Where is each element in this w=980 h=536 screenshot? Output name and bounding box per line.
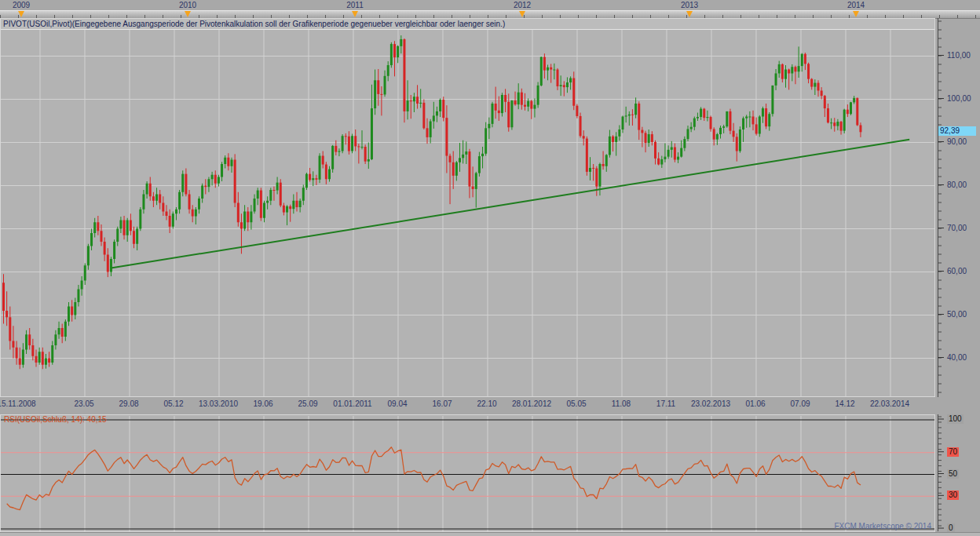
candle <box>530 101 532 109</box>
candle <box>430 122 432 137</box>
candle <box>742 119 744 129</box>
candle <box>687 129 689 139</box>
candle <box>5 311 8 317</box>
candle <box>713 129 715 139</box>
candle <box>384 76 386 95</box>
candle <box>152 196 155 201</box>
indicator-title-strip: PIVOT(USOil,Pivot)(Eingegebene Ausgangsp… <box>1 19 934 30</box>
candle <box>322 156 324 165</box>
date-tick-label: 01.06 <box>745 399 765 409</box>
candle <box>455 162 458 176</box>
candle <box>726 111 728 126</box>
candle <box>569 78 572 83</box>
candle <box>651 134 653 142</box>
candle <box>19 359 21 365</box>
price-axis-column[interactable]: 92,39 110,00100,0090,0080,0070,0060,0050… <box>935 0 980 536</box>
candle <box>791 67 793 73</box>
candle <box>814 83 816 87</box>
candle <box>645 133 647 143</box>
candle <box>436 111 438 116</box>
candle <box>752 117 755 125</box>
candle <box>407 100 409 111</box>
candle <box>319 156 321 180</box>
candle <box>224 158 226 164</box>
candle <box>784 70 787 79</box>
candle <box>175 210 177 214</box>
candle <box>537 86 539 105</box>
candle <box>400 39 402 46</box>
candle <box>410 100 412 101</box>
candle <box>517 93 520 104</box>
candle <box>302 188 305 201</box>
candlestick-chart <box>1 19 934 396</box>
candle <box>488 124 490 129</box>
candle <box>716 134 719 140</box>
candle <box>589 168 591 172</box>
price-tick-label: 70,00 <box>947 224 967 233</box>
candle <box>166 212 168 217</box>
main-chart-plot[interactable]: PIVOT(USOil,Pivot)(Eingegebene Ausgangsp… <box>0 18 935 397</box>
candle <box>807 64 810 78</box>
candle <box>550 67 552 70</box>
candle <box>605 155 608 166</box>
candle <box>739 129 741 151</box>
candle <box>609 137 611 155</box>
candle <box>504 95 506 102</box>
candle <box>237 203 240 223</box>
rsi-tick-label: 100 <box>947 414 964 424</box>
candle <box>648 134 650 143</box>
candle <box>859 126 861 133</box>
candle <box>426 128 429 137</box>
candle <box>133 231 135 244</box>
candle <box>16 348 18 359</box>
candle <box>462 155 464 158</box>
candle <box>719 128 722 134</box>
candle <box>580 116 582 136</box>
candle <box>560 85 562 86</box>
candle <box>788 70 790 74</box>
candle <box>351 136 353 151</box>
candle <box>338 151 340 152</box>
candle <box>850 102 852 114</box>
candle <box>110 259 112 272</box>
candle <box>315 178 317 180</box>
candle <box>602 164 605 166</box>
candle <box>821 91 823 97</box>
candle <box>625 115 627 116</box>
candle <box>286 206 288 213</box>
candle <box>543 57 546 71</box>
pivot-indicator-message: PIVOT(USOil,Pivot)(Eingegebene Ausgangsp… <box>3 20 505 28</box>
candle <box>449 156 452 162</box>
candle <box>459 158 461 162</box>
date-tick-label: 11.08 <box>612 399 631 409</box>
candle <box>413 97 415 101</box>
candle <box>77 290 79 303</box>
candle <box>439 100 441 111</box>
candle <box>475 173 477 189</box>
candle <box>671 148 673 150</box>
candle <box>775 74 777 86</box>
candle <box>674 148 676 160</box>
candle <box>853 98 855 103</box>
candle <box>292 201 294 209</box>
candle <box>403 39 405 111</box>
candle <box>51 345 53 363</box>
candle <box>762 108 764 116</box>
year-marker-icon <box>686 11 693 17</box>
candle <box>361 147 364 148</box>
scrollbar-track[interactable] <box>0 532 980 536</box>
candle <box>485 128 487 153</box>
candle <box>472 187 474 189</box>
candle <box>615 137 617 142</box>
candle <box>364 147 367 162</box>
candle <box>116 229 119 242</box>
candle <box>759 117 761 134</box>
candle <box>817 83 820 91</box>
candle <box>824 96 826 108</box>
candle <box>419 103 422 104</box>
candle <box>397 46 399 57</box>
candle <box>126 221 129 235</box>
candle <box>172 213 174 227</box>
date-tick-label: 13.03.2010 <box>199 399 238 409</box>
rsi-pane[interactable]: RSI(USOil,Schluß, 14): 40,15 FXCM Market… <box>0 414 935 532</box>
